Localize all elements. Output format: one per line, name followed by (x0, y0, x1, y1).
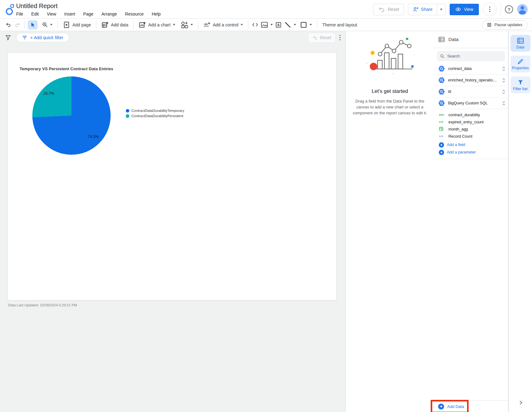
metric-field-icon: 123 (439, 135, 446, 138)
search-input[interactable] (447, 54, 502, 58)
unfold-more-icon[interactable] (502, 66, 506, 71)
zoom-icon (42, 22, 48, 28)
menu-insert[interactable]: Insert (64, 11, 75, 17)
add-a-parameter-button[interactable]: Add a parameter (439, 149, 508, 156)
workspace: + Add quick filter Reset Temporary VS Pe… (0, 31, 532, 412)
undo-button[interactable] (4, 21, 12, 29)
right-rail: Data Properties Filter bar (508, 31, 532, 412)
eye-icon (455, 7, 461, 12)
add-chart-button[interactable]: Add a chart (137, 20, 177, 30)
data-table-icon (517, 38, 524, 44)
legend-dot-temporary (126, 109, 129, 112)
add-image-button[interactable] (259, 20, 275, 30)
add-a-field-button[interactable]: Add a field (439, 141, 508, 149)
text-field-icon: ABC (439, 113, 446, 116)
unfold-less-icon[interactable] (502, 101, 506, 106)
embed-url-button[interactable] (251, 21, 259, 29)
menu-resource[interactable]: Resource (125, 11, 144, 17)
report-canvas[interactable]: Temporary VS Persistent Contract Data En… (7, 53, 337, 300)
select-tool-button[interactable] (28, 20, 38, 30)
data-source-bigquery-custom-sql[interactable]: BigQuery Custom SQL (434, 98, 508, 109)
field-record-count[interactable]: 123 Record Count (439, 133, 508, 140)
filter-more-options-icon[interactable] (339, 35, 341, 40)
add-line-button[interactable] (282, 20, 298, 30)
menu-page[interactable]: Page (83, 11, 94, 17)
add-text-button[interactable]: A (275, 21, 282, 29)
report-title[interactable]: Untitled Report (16, 2, 161, 10)
zoom-tool-button[interactable] (40, 21, 54, 29)
undo-icon (378, 6, 385, 13)
add-chart-icon (139, 21, 146, 29)
reset-button[interactable]: Reset (373, 4, 404, 15)
field-month-agg[interactable]: month_agg (439, 126, 508, 133)
help-button[interactable]: ? (505, 5, 513, 13)
menu-file[interactable]: File (16, 11, 23, 17)
filter-reset-button[interactable]: Reset (308, 33, 336, 43)
menu-help[interactable]: Help (152, 11, 161, 17)
tab-properties[interactable]: Properties (511, 56, 530, 72)
add-control-icon (203, 21, 211, 29)
field-expired-entry-count[interactable]: 123 expired_entry_count (439, 118, 508, 126)
pause-icon (487, 22, 492, 27)
pie-chart[interactable]: 25.7% 74.3% (32, 76, 111, 155)
chevron-down-icon (294, 24, 296, 25)
collapse-panel-chevron-icon[interactable] (519, 400, 523, 405)
legend-dot-persistent (126, 114, 129, 118)
pause-updates-button[interactable]: Pause updates (482, 20, 528, 30)
user-avatar[interactable] (517, 4, 528, 15)
legend-label-persistent: ContractDataDurabilityPersistent (131, 114, 183, 118)
add-data-button[interactable]: Add data (99, 20, 130, 30)
add-data-button[interactable]: Add Data (447, 404, 464, 409)
community-visualizations-button[interactable] (179, 20, 195, 30)
unfold-more-icon[interactable] (502, 78, 506, 83)
text-icon: A (275, 22, 282, 28)
tab-data[interactable]: Data (511, 35, 530, 52)
redo-button[interactable] (14, 21, 21, 29)
unfold-more-icon[interactable] (502, 89, 506, 94)
field-name: month_agg (448, 127, 468, 131)
menu-arrange[interactable]: Arrange (102, 11, 117, 17)
add-control-button[interactable]: Add a control (201, 20, 245, 30)
avatar-head (521, 6, 524, 10)
chevron-down-icon (310, 24, 312, 25)
image-icon (261, 21, 268, 29)
add-page-button[interactable]: Add page (61, 20, 93, 30)
share-button[interactable]: Share (408, 4, 437, 15)
data-source-name: BigQuery Custom SQL (448, 101, 499, 105)
theme-and-layout-button[interactable]: Theme and layout (320, 21, 359, 29)
data-source-name: contract_data (448, 66, 499, 71)
toolbar-separator (96, 21, 96, 29)
svg-text:A: A (277, 23, 280, 27)
chevron-down-icon (173, 24, 175, 25)
menu-view[interactable]: View (47, 11, 56, 17)
edit-toolbar: Add page Add data Add a chart Add a cont… (0, 19, 532, 31)
add-chart-label: Add a chart (148, 22, 171, 27)
data-table-icon (438, 37, 445, 42)
data-source-contract-data[interactable]: contract_data (434, 63, 508, 75)
add-quick-filter-button[interactable]: + Add quick filter (16, 33, 69, 42)
menu-edit[interactable]: Edit (31, 11, 39, 17)
legend-item-persistent: ContractDataDurabilityPersistent (126, 114, 184, 118)
toolbar-separator (248, 21, 248, 29)
data-source-enriched-history[interactable]: enriched_history_operations_sorob... (434, 75, 508, 86)
chevron-down-icon (270, 24, 273, 25)
search-icon (440, 54, 444, 59)
reset-button-label: Reset (388, 7, 399, 12)
person-add-icon (413, 7, 419, 12)
toolbar-separator (57, 21, 58, 29)
toolbar-separator (133, 21, 134, 29)
view-button[interactable]: View (450, 4, 479, 15)
chevron-down-icon (50, 24, 53, 25)
bigquery-icon (438, 88, 445, 95)
bigquery-icon (438, 65, 445, 72)
share-options-caret[interactable] (437, 4, 445, 15)
redo-icon (15, 22, 21, 28)
data-source-ttl[interactable]: ttl (434, 86, 508, 98)
more-options-button[interactable] (483, 2, 497, 16)
field-contract-durability[interactable]: ABC contract_durability (439, 111, 508, 118)
data-panel-header: Data (434, 31, 508, 48)
tab-filter-bar[interactable]: Filter bar (511, 76, 530, 93)
add-page-icon (63, 21, 70, 29)
avatar-body (519, 10, 526, 15)
add-shape-button[interactable] (298, 20, 314, 30)
